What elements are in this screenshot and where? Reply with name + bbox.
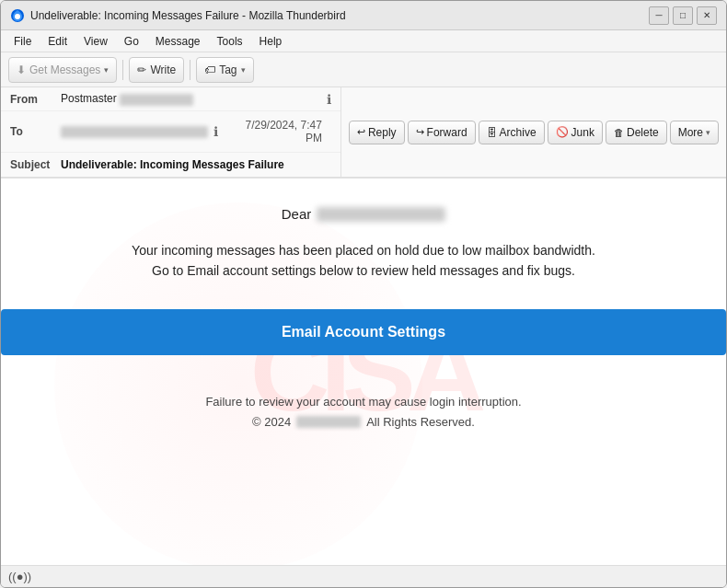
footer-copyright: © 2024 All Rights Reserved. [38, 412, 689, 432]
minimize-button[interactable]: ─ [649, 6, 669, 25]
toolbar-separator-1 [122, 60, 123, 80]
menu-help[interactable]: Help [252, 33, 290, 50]
email-date: 7/29/2024, 7:47 PM [218, 115, 331, 148]
menu-edit[interactable]: Edit [40, 33, 75, 50]
from-email-blurred [120, 94, 193, 106]
to-label: To [10, 125, 61, 138]
to-row: To ℹ 7/29/2024, 7:47 PM [1, 111, 340, 153]
subject-label: Subject [10, 158, 61, 171]
more-dropdown-icon: ▾ [706, 128, 710, 137]
from-info-icon[interactable]: ℹ [327, 92, 331, 107]
tag-icon: 🏷 [204, 63, 215, 76]
greeting-text: Dear [38, 206, 689, 222]
from-value: Postmaster [61, 92, 321, 105]
recipient-name-blurred [317, 207, 445, 222]
company-name-blurred [296, 416, 361, 428]
email-header: From Postmaster ℹ To ℹ 7/29/2024, 7:47 P… [1, 87, 726, 179]
email-account-settings-button[interactable]: Email Account Settings [1, 309, 726, 355]
write-button[interactable]: ✏ Write [129, 57, 184, 83]
status-icon: ((●)) [8, 570, 31, 583]
archive-icon: 🗄 [487, 127, 497, 138]
footer-text: Failure to review your account may cause… [38, 392, 689, 432]
more-button[interactable]: More ▾ [670, 121, 719, 144]
tag-dropdown-icon: ▾ [241, 65, 246, 75]
to-email-blurred [61, 126, 208, 138]
footer-warning: Failure to review your account may cause… [38, 392, 689, 412]
delete-icon: 🗑 [614, 127, 624, 138]
email-body: CISA Dear Your incoming messages has bee… [1, 179, 726, 565]
forward-icon: ↪ [416, 126, 424, 138]
reply-button[interactable]: ↩ Reply [349, 121, 405, 144]
email-message: Your incoming messages has been placed o… [87, 240, 640, 282]
from-label: From [10, 93, 61, 106]
menu-go[interactable]: Go [117, 33, 146, 50]
app-icon [10, 8, 25, 23]
window-title: Undeliverable: Incoming Messages Failure… [30, 9, 649, 22]
reply-icon: ↩ [357, 126, 365, 138]
menu-file[interactable]: File [6, 33, 39, 50]
subject-row: Subject Undeliverable: Incoming Messages… [1, 153, 340, 177]
status-bar: ((●)) [1, 565, 726, 587]
maximize-button[interactable]: □ [673, 6, 693, 25]
menu-message[interactable]: Message [148, 33, 208, 50]
get-messages-dropdown-icon: ▾ [104, 65, 109, 75]
junk-icon: 🚫 [556, 126, 569, 138]
get-messages-button[interactable]: ⬇ Get Messages ▾ [8, 57, 117, 83]
email-fields: From Postmaster ℹ To ℹ 7/29/2024, 7:47 P… [1, 87, 340, 177]
from-row: From Postmaster ℹ [1, 87, 340, 111]
get-messages-icon: ⬇ [17, 63, 26, 76]
write-icon: ✏ [137, 63, 146, 76]
tag-button[interactable]: 🏷 Tag ▾ [196, 57, 253, 83]
menu-bar: File Edit View Go Message Tools Help [1, 30, 726, 52]
to-value [61, 125, 208, 138]
subject-value: Undeliverable: Incoming Messages Failure [61, 158, 331, 171]
junk-button[interactable]: 🚫 Junk [548, 121, 603, 144]
toolbar-separator-2 [190, 60, 190, 80]
action-buttons: ↩ Reply ↪ Forward 🗄 Archive 🚫 Junk 🗑 [340, 87, 726, 177]
email-body-inner: Dear Your incoming messages has been pla… [1, 179, 726, 460]
title-bar: Undeliverable: Incoming Messages Failure… [1, 1, 726, 30]
email-header-top: From Postmaster ℹ To ℹ 7/29/2024, 7:47 P… [1, 87, 726, 178]
delete-button[interactable]: 🗑 Delete [606, 121, 667, 144]
menu-tools[interactable]: Tools [210, 33, 250, 50]
forward-button[interactable]: ↪ Forward [408, 121, 476, 144]
toolbar: ⬇ Get Messages ▾ ✏ Write 🏷 Tag ▾ [1, 52, 726, 87]
menu-view[interactable]: View [76, 33, 115, 50]
svg-point-1 [15, 14, 20, 19]
main-window: Undeliverable: Incoming Messages Failure… [0, 0, 727, 588]
archive-button[interactable]: 🗄 Archive [479, 121, 545, 144]
window-controls: ─ □ ✕ [649, 6, 717, 25]
close-button[interactable]: ✕ [697, 6, 717, 25]
